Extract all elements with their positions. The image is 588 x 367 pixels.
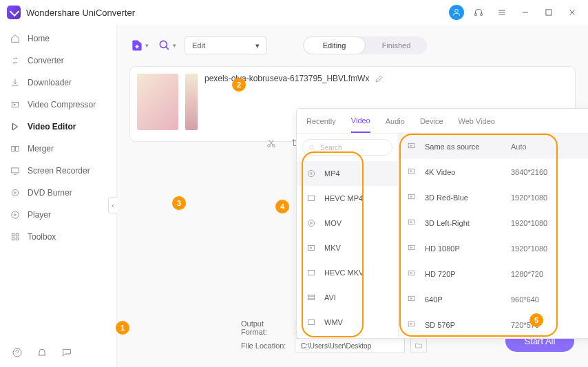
file-name: pexels-olya-kobruseva-6173795_HBVLfmWx	[204, 74, 369, 83]
res-4k[interactable]: 4K Video3840*2160	[399, 159, 588, 185]
callout-2: 2	[232, 78, 246, 92]
feedback-icon[interactable]	[59, 345, 74, 360]
file-location-label: File Location:	[241, 342, 289, 350]
res-640p[interactable]: 640P960*640	[399, 286, 588, 312]
browse-folder-icon[interactable]	[410, 338, 427, 353]
svg-point-20	[308, 170, 314, 176]
nav-toolbox[interactable]: Toolbox	[0, 226, 116, 248]
format-hevc-mkv[interactable]: HEVC MKV	[297, 260, 398, 285]
callout-4: 4	[275, 200, 289, 213]
svg-rect-22	[308, 196, 314, 201]
callout-3: 3	[172, 196, 186, 210]
tab-video[interactable]: Video	[351, 109, 370, 133]
svg-rect-26	[308, 295, 314, 300]
minimize-icon[interactable]	[516, 3, 534, 21]
svg-rect-27	[308, 320, 314, 325]
res-576p[interactable]: SD 576P720*576	[399, 312, 588, 337]
collapse-sidebar[interactable]: ‹	[108, 197, 118, 213]
seg-editing[interactable]: Editing	[303, 36, 366, 54]
svg-point-10	[12, 211, 19, 219]
svg-rect-11	[12, 233, 14, 236]
bell-icon[interactable]	[34, 345, 50, 360]
svg-rect-34	[408, 296, 414, 301]
svg-rect-25	[308, 271, 314, 275]
add-url-button[interactable]: ▾	[157, 36, 176, 55]
svg-point-8	[12, 189, 18, 196]
svg-rect-31	[408, 220, 414, 224]
svg-rect-14	[16, 238, 19, 240]
svg-rect-5	[12, 147, 15, 151]
svg-point-19	[310, 145, 314, 149]
res-3d-left-right[interactable]: 3D Left-Right1920*1080	[399, 210, 588, 235]
svg-rect-12	[16, 233, 19, 236]
video-thumbnail-2	[185, 74, 198, 130]
format-mkv[interactable]: MKV	[297, 235, 398, 260]
svg-rect-6	[16, 147, 19, 151]
nav-video-editor[interactable]: Video Editor	[0, 116, 116, 138]
add-file-button[interactable]: ▾	[129, 36, 149, 55]
svg-rect-29	[408, 169, 414, 174]
res-same-as-source[interactable]: Same as sourceAuto	[399, 134, 588, 159]
svg-rect-33	[408, 271, 414, 275]
svg-point-0	[455, 9, 459, 12]
edit-dropdown[interactable]: Edit▾	[185, 36, 267, 54]
nav-dvd-burner[interactable]: DVD Burner	[0, 182, 116, 204]
svg-rect-32	[408, 245, 414, 250]
cut-icon[interactable]	[265, 137, 277, 149]
segment-control: Editing Finished	[303, 36, 427, 54]
close-icon[interactable]	[563, 3, 581, 21]
main-area: ▾ ▾ Edit▾ Editing Finished pexels-olya-k…	[117, 25, 588, 367]
format-mov[interactable]: MOV	[297, 211, 398, 235]
svg-rect-7	[12, 168, 19, 173]
app-logo	[7, 6, 21, 19]
app-name: Wondershare UniConverter	[26, 8, 135, 18]
user-icon[interactable]	[449, 5, 464, 20]
svg-rect-3	[546, 10, 552, 15]
format-mp4[interactable]: MP4	[297, 161, 398, 186]
tab-recently[interactable]: Recently	[306, 109, 336, 133]
svg-rect-2	[481, 13, 482, 16]
format-avi[interactable]: AVI	[297, 285, 398, 310]
help-icon[interactable]	[10, 345, 25, 360]
search-input[interactable]: Search	[302, 139, 392, 156]
output-format-label: Output Format:	[241, 319, 289, 336]
svg-rect-28	[408, 143, 414, 148]
svg-point-23	[308, 220, 314, 226]
sidebar: Home Converter Downloader Video Compress…	[0, 25, 117, 367]
edit-name-icon[interactable]	[375, 74, 384, 83]
headset-icon[interactable]	[470, 3, 487, 21]
tab-web-video[interactable]: Web Video	[459, 109, 495, 133]
nav-screen-recorder[interactable]: Screen Recorder	[0, 160, 116, 182]
nav-compressor[interactable]: Video Compressor	[0, 94, 116, 116]
svg-rect-1	[475, 13, 476, 16]
svg-rect-24	[308, 246, 314, 251]
nav-home[interactable]: Home	[0, 28, 116, 50]
menu-icon[interactable]	[493, 3, 511, 21]
callout-5: 5	[529, 313, 543, 327]
format-panel: Recently Video Audio Device Web Video Se…	[296, 108, 588, 339]
video-thumbnail	[137, 74, 178, 130]
svg-rect-13	[12, 238, 14, 240]
svg-point-21	[311, 173, 312, 174]
tab-device[interactable]: Device	[420, 109, 443, 133]
seg-finished[interactable]: Finished	[366, 36, 427, 54]
nav-downloader[interactable]: Downloader	[0, 72, 116, 94]
format-wmv[interactable]: WMV	[297, 310, 398, 335]
nav-player[interactable]: Player	[0, 204, 116, 226]
callout-1: 1	[116, 321, 129, 335]
file-location-field[interactable]: C:\Users\User\Desktop	[295, 338, 405, 353]
format-hevc-mp4[interactable]: HEVC MP4	[297, 186, 398, 211]
res-1080p[interactable]: HD 1080P1920*1080	[399, 235, 588, 261]
svg-point-9	[14, 192, 16, 193]
nav-merger[interactable]: Merger	[0, 138, 116, 160]
svg-rect-35	[408, 322, 414, 326]
tab-audio[interactable]: Audio	[386, 109, 405, 133]
res-3d-red-blue[interactable]: 3D Red-Blue1920*1080	[399, 185, 588, 210]
nav-converter[interactable]: Converter	[0, 50, 116, 72]
res-720p[interactable]: HD 720P1280*720	[399, 261, 588, 286]
svg-rect-30	[408, 194, 414, 199]
maximize-icon[interactable]	[540, 3, 558, 21]
